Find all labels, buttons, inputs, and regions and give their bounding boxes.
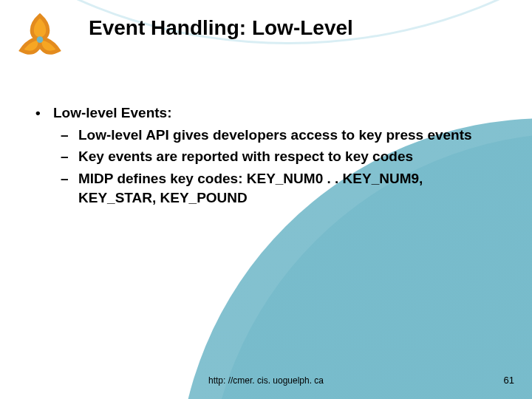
bullet-text: Low-level API gives developers access to… bbox=[78, 126, 497, 145]
footer-url: http: //cmer. cis. uoguelph. ca bbox=[0, 375, 532, 386]
bullet-text: Key events are reported with respect to … bbox=[78, 147, 497, 166]
bullet-level2: – MIDP defines key codes: KEY_NUM0 . . K… bbox=[61, 169, 497, 207]
bullet-level1: • Low-level Events: bbox=[35, 103, 497, 123]
dash-marker: – bbox=[61, 147, 78, 166]
bullet-level2: – Low-level API gives developers access … bbox=[61, 126, 497, 145]
dash-marker: – bbox=[61, 169, 78, 207]
content-block: • Low-level Events: – Low-level API give… bbox=[35, 103, 497, 210]
slide-title: Event Handling: Low-Level bbox=[89, 16, 353, 40]
bullet-text: Low-level Events: bbox=[53, 103, 172, 123]
bullet-text: MIDP defines key codes: KEY_NUM0 . . KEY… bbox=[78, 169, 497, 207]
bullet-level2: – Key events are reported with respect t… bbox=[61, 147, 497, 166]
bullet-marker: • bbox=[35, 103, 53, 123]
svg-point-0 bbox=[37, 36, 44, 43]
trillium-logo-icon bbox=[13, 10, 66, 64]
dash-marker: – bbox=[61, 126, 78, 145]
page-number: 61 bbox=[504, 375, 514, 386]
slide: Event Handling: Low-Level • Low-level Ev… bbox=[0, 0, 532, 399]
